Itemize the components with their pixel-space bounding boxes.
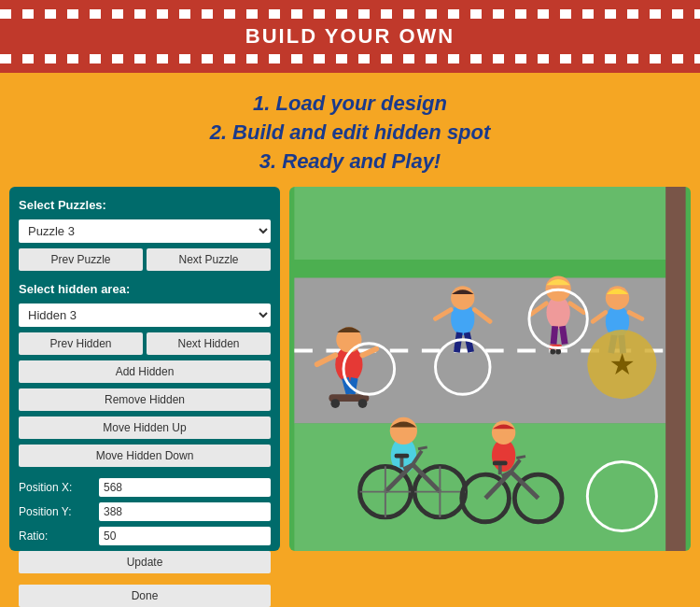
- page-title: BUILD YOUR OWN: [0, 19, 700, 54]
- puzzle-select[interactable]: Puzzle 1 Puzzle 2 Puzzle 3 Puzzle 4: [19, 219, 271, 243]
- next-hidden-button[interactable]: Next Hidden: [147, 332, 271, 355]
- position-y-label: Position Y:: [19, 505, 93, 518]
- instruction-line1: 1. Load your design: [9, 90, 691, 119]
- header-banner: BUILD YOUR OWN: [0, 0, 700, 73]
- scene-svg: ★: [289, 187, 691, 551]
- svg-point-28: [555, 349, 561, 355]
- position-x-input[interactable]: [99, 478, 271, 497]
- svg-point-41: [390, 417, 417, 445]
- prev-puzzle-button[interactable]: Prev Puzzle: [19, 248, 143, 271]
- ratio-label: Ratio:: [19, 529, 93, 543]
- position-x-label: Position X:: [19, 481, 93, 494]
- svg-point-13: [358, 400, 368, 409]
- hidden-select[interactable]: Hidden 1 Hidden 2 Hidden 3 Hidden 4: [19, 304, 271, 327]
- svg-point-12: [330, 400, 340, 409]
- svg-line-65: [516, 457, 525, 459]
- select-hidden-label: Select hidden area:: [19, 282, 271, 296]
- add-hidden-button[interactable]: Add Hidden: [19, 360, 271, 383]
- svg-point-27: [550, 349, 555, 355]
- svg-rect-4: [665, 187, 685, 551]
- position-y-input[interactable]: [99, 502, 271, 521]
- next-puzzle-button[interactable]: Next Puzzle: [147, 248, 271, 271]
- svg-rect-63: [493, 461, 508, 466]
- select-puzzles-label: Select Puzzles:: [19, 198, 271, 212]
- svg-rect-52: [395, 454, 410, 459]
- left-panel: Select Puzzles: Puzzle 1 Puzzle 2 Puzzle…: [9, 187, 280, 551]
- svg-line-54: [418, 447, 427, 449]
- remove-hidden-button[interactable]: Remove Hidden: [19, 388, 271, 411]
- svg-rect-0: [294, 187, 667, 260]
- svg-text:★: ★: [610, 350, 634, 379]
- move-hidden-up-button[interactable]: Move Hidden Up: [19, 416, 271, 439]
- instructions-section: 1. Load your design 2. Build and edit hi…: [0, 73, 700, 187]
- instruction-line2: 2. Build and edit hidden spot: [9, 119, 691, 148]
- prev-hidden-button[interactable]: Prev Hidden: [19, 332, 143, 355]
- svg-point-56: [492, 421, 515, 445]
- ratio-input[interactable]: [99, 527, 271, 545]
- game-scene: ★: [289, 187, 691, 551]
- svg-rect-3: [294, 424, 667, 552]
- instruction-line3: 3. Ready and Play!: [9, 148, 691, 176]
- svg-point-16: [451, 287, 474, 310]
- move-hidden-down-button[interactable]: Move Hidden Down: [19, 445, 271, 467]
- done-button[interactable]: Done: [19, 585, 271, 607]
- main-content: Select Puzzles: Puzzle 1 Puzzle 2 Puzzle…: [0, 187, 700, 560]
- update-button[interactable]: Update: [19, 551, 271, 573]
